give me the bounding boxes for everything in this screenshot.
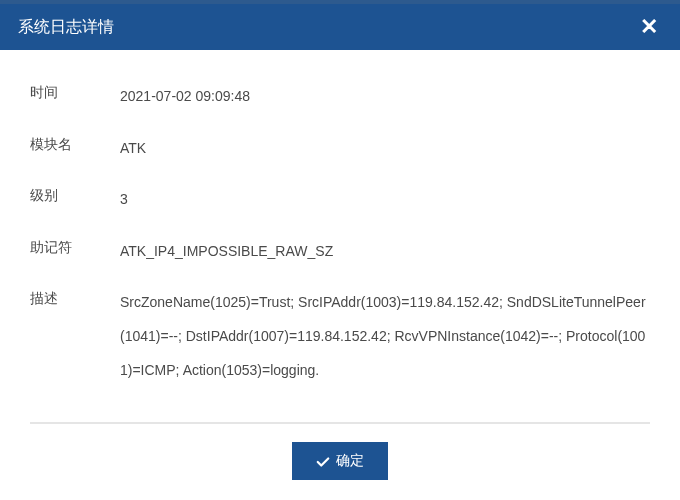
field-label-module: 模块名	[30, 132, 120, 157]
field-row-time: 时间 2021-07-02 09:09:48	[30, 80, 650, 114]
field-label-mnemonic: 助记符	[30, 235, 120, 260]
dialog-title: 系统日志详情	[18, 17, 114, 38]
dialog-header: 系统日志详情 ✕	[0, 4, 680, 50]
field-label-description: 描述	[30, 286, 120, 311]
field-value-description: SrcZoneName(1025)=Trust; SrcIPAddr(1003)…	[120, 286, 650, 387]
confirm-label: 确定	[336, 452, 364, 470]
field-value-mnemonic: ATK_IP4_IMPOSSIBLE_RAW_SZ	[120, 235, 650, 269]
field-value-module: ATK	[120, 132, 650, 166]
field-label-level: 级别	[30, 183, 120, 208]
dialog-body: 时间 2021-07-02 09:09:48 模块名 ATK 级别 3 助记符 …	[0, 50, 680, 412]
confirm-button[interactable]: 确定	[292, 442, 388, 480]
field-value-time: 2021-07-02 09:09:48	[120, 80, 650, 114]
field-label-time: 时间	[30, 80, 120, 105]
close-button[interactable]: ✕	[636, 16, 662, 38]
field-row-module: 模块名 ATK	[30, 132, 650, 166]
dialog-footer: 确定	[0, 424, 680, 500]
field-value-level: 3	[120, 183, 650, 217]
syslog-detail-dialog: 系统日志详情 ✕ 时间 2021-07-02 09:09:48 模块名 ATK …	[0, 0, 680, 500]
field-row-description: 描述 SrcZoneName(1025)=Trust; SrcIPAddr(10…	[30, 286, 650, 387]
check-icon	[316, 453, 330, 469]
field-row-level: 级别 3	[30, 183, 650, 217]
field-row-mnemonic: 助记符 ATK_IP4_IMPOSSIBLE_RAW_SZ	[30, 235, 650, 269]
close-icon: ✕	[640, 14, 658, 39]
